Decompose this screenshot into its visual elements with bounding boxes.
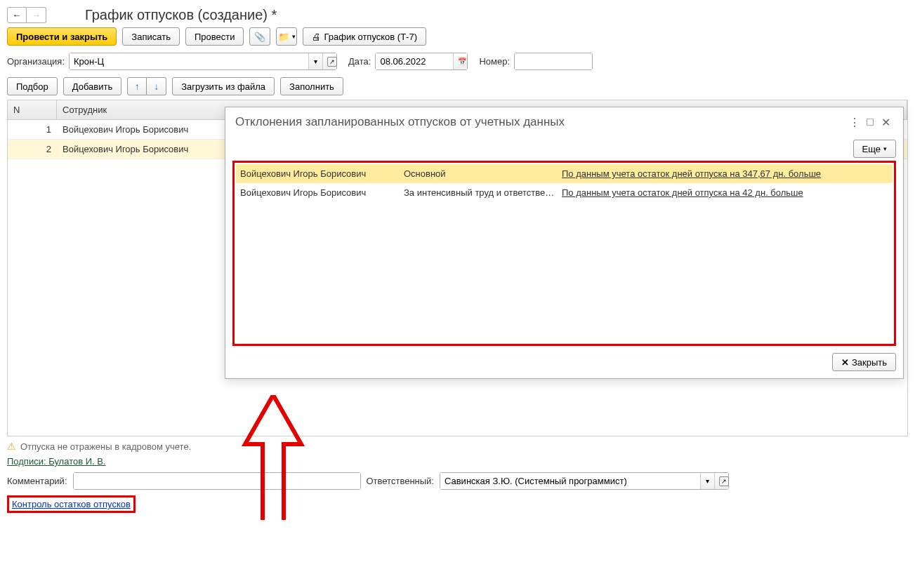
warning-text: Отпуска не отражены в кадровом учете.	[20, 441, 191, 452]
warning-icon: ⚠	[7, 441, 16, 452]
main-toolbar: Провести и закрыть Записать Провести 📎 📁…	[7, 27, 908, 46]
responsible-label: Ответственный:	[367, 476, 434, 486]
dialog-maximize-button[interactable]: □	[862, 114, 878, 130]
dialog-title: Отклонения запланированных отпусков от у…	[235, 115, 847, 129]
comment-label: Комментарий:	[7, 476, 67, 486]
control-link-highlight: Контроль остатков отпусков	[7, 495, 136, 513]
add-button[interactable]: Добавить	[63, 77, 121, 95]
num-input[interactable]	[515, 53, 592, 69]
folder-icon: 📁	[278, 32, 289, 42]
responsible-dropdown-button[interactable]: ▾	[700, 473, 714, 489]
org-label: Организация:	[7, 56, 65, 67]
comment-field[interactable]	[73, 472, 361, 490]
printer-icon: 🖨	[312, 32, 321, 42]
date-input[interactable]	[376, 53, 453, 69]
warning-row: ⚠ Отпуска не отражены в кадровом учете.	[7, 441, 908, 452]
responsible-input[interactable]	[440, 473, 700, 489]
date-picker-button[interactable]: 📅	[453, 53, 467, 69]
calendar-icon: 📅	[458, 58, 466, 65]
print-button[interactable]: 🖨 График отпусков (Т-7)	[303, 27, 426, 46]
responsible-field[interactable]: ▾ ↗	[440, 472, 729, 490]
deviation-row[interactable]: Войцехович Игорь Борисович За интенсивны…	[236, 183, 893, 202]
dialog-more-button[interactable]: Еще ▾	[853, 140, 896, 158]
dialog-header: Отклонения запланированных отпусков от у…	[225, 107, 903, 137]
org-open-button[interactable]: ↗	[322, 53, 336, 69]
deviations-dialog: Отклонения запланированных отпусков от у…	[225, 107, 904, 379]
folder-button[interactable]: 📁 ▾	[276, 27, 297, 46]
post-button[interactable]: Провести	[185, 27, 244, 46]
load-file-button[interactable]: Загрузить из файла	[172, 77, 275, 95]
deviation-note-link[interactable]: По данным учета остаток дней отпуска на …	[562, 187, 803, 198]
deviation-row[interactable]: Войцехович Игорь Борисович Основной По д…	[236, 164, 893, 183]
org-field[interactable]: ▾ ↗	[69, 53, 337, 70]
paperclip-icon: 📎	[254, 32, 265, 42]
table-toolbar: Подбор Добавить ↑ ↓ Загрузить из файла З…	[7, 77, 908, 95]
post-and-close-button[interactable]: Провести и закрыть	[7, 27, 117, 46]
save-button[interactable]: Записать	[122, 27, 180, 46]
org-input[interactable]	[70, 53, 308, 69]
forward-button[interactable]: →	[27, 7, 46, 23]
responsible-open-button[interactable]: ↗	[714, 473, 728, 489]
bottom-row: Комментарий: Ответственный: ▾ ↗	[7, 472, 908, 490]
form-row: Организация: ▾ ↗ Дата: 📅 Номер:	[7, 53, 908, 70]
signatures-link[interactable]: Подписи: Булатов И. В.	[7, 456, 106, 467]
col-n[interactable]: N	[8, 100, 57, 119]
date-field[interactable]: 📅	[375, 53, 468, 70]
dialog-close-icon[interactable]: ✕	[878, 114, 893, 130]
dialog-close-button[interactable]: ✕ Закрыть	[832, 353, 896, 371]
open-icon: ↗	[327, 57, 337, 67]
attach-button[interactable]: 📎	[249, 27, 270, 46]
arrow-down-icon: ↓	[154, 81, 159, 92]
num-label: Номер:	[479, 56, 510, 67]
page-title: График отпусков (создание) *	[85, 7, 277, 23]
dialog-table-highlight: Войцехович Игорь Борисович Основной По д…	[232, 161, 896, 346]
arrow-up-icon: ↑	[135, 81, 140, 92]
fill-button[interactable]: Заполнить	[280, 77, 343, 95]
move-down-button[interactable]: ↓	[147, 77, 166, 95]
org-dropdown-button[interactable]: ▾	[308, 53, 322, 69]
pick-button[interactable]: Подбор	[7, 77, 58, 95]
deviations-table: Войцехович Игорь Борисович Основной По д…	[236, 164, 893, 202]
comment-input[interactable]	[74, 473, 360, 489]
move-up-button[interactable]: ↑	[127, 77, 147, 95]
close-icon: ✕	[841, 357, 849, 368]
num-field[interactable]	[514, 53, 593, 70]
back-button[interactable]: ←	[7, 7, 27, 23]
open-icon: ↗	[719, 476, 729, 486]
control-balances-link[interactable]: Контроль остатков отпусков	[12, 499, 131, 509]
deviation-note-link[interactable]: По данным учета остаток дней отпуска на …	[562, 168, 821, 179]
dialog-menu-button[interactable]: ⋮	[847, 114, 862, 130]
date-label: Дата:	[348, 56, 371, 67]
